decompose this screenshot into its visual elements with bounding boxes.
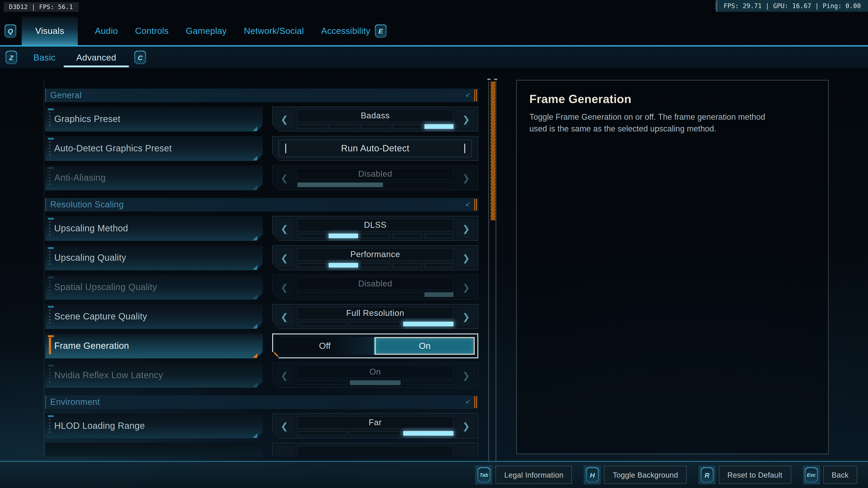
settings-screen: D3D12 | FPS: 56.1 FPS: 29.71 | GPU: 16.6…: [0, 0, 868, 488]
toggle-background-button[interactable]: Toggle Background: [604, 466, 687, 484]
prev-subtab-key-icon: Z: [5, 51, 17, 64]
subtab-basic[interactable]: Basic: [29, 46, 60, 68]
performance-overlay: FPS: 29.71 | GPU: 16.67 | Ping: 0.00: [716, 0, 868, 12]
segment-track: [297, 263, 454, 267]
chevron-right-icon[interactable]: ❯: [457, 109, 475, 129]
setting-label[interactable]: Upscaling Method: [45, 216, 263, 241]
debug-overlay: D3D12 | FPS: 56.1: [4, 2, 79, 12]
label-tick-decoration: [48, 218, 54, 220]
legal-information-button[interactable]: Legal Information: [496, 466, 572, 484]
segment-selected: [403, 431, 454, 435]
collapse-arrow-icon[interactable]: ↙: [465, 90, 471, 98]
setting-label[interactable]: Nvidia Reflex Low Latency: [45, 363, 263, 388]
tab-network-social[interactable]: Network/Social: [244, 26, 304, 36]
key-glyph: R: [705, 471, 710, 479]
setting-label[interactable]: Graphics Preset: [45, 107, 263, 131]
setting-label[interactable]: HLOD Loading Range: [45, 414, 263, 438]
chevron-right-icon[interactable]: ❯: [457, 248, 475, 267]
next-tab-key-icon: E: [375, 24, 386, 38]
segment-track: [297, 233, 454, 238]
scrollbar-thumb[interactable]: [491, 81, 495, 221]
label-corner-triangle: [253, 185, 257, 190]
section-orange-marker: [474, 396, 477, 408]
segment-track: [297, 124, 454, 129]
setting-row-upscaling-quality: Upscaling Quality❮Performance❯: [45, 246, 478, 270]
setting-row-partial: [45, 443, 478, 456]
section-header-environment: Environment↙: [45, 395, 478, 409]
label-corner-triangle: [253, 265, 257, 270]
stepper-control-anti-aliasing: ❮Disabled❯: [272, 165, 478, 190]
segment-selected: [329, 263, 358, 267]
tab-gameplay[interactable]: Gameplay: [186, 26, 227, 36]
chevron-left-icon[interactable]: ❮: [275, 109, 294, 129]
tab-audio[interactable]: Audio: [95, 26, 118, 36]
label-corner-triangle: [253, 353, 257, 358]
footer-key-tile: Tab: [475, 465, 493, 484]
reset-to-default-button[interactable]: Reset to Default: [719, 466, 791, 484]
chevron-right-icon[interactable]: ❯: [457, 416, 475, 435]
segment-selected: [403, 322, 454, 326]
run-auto-detect-button[interactable]: Run Auto-Detect: [278, 140, 472, 157]
stepper-control-hlod-loading-range: ❮Far❯: [272, 414, 478, 438]
stepper-middle: Far: [297, 416, 454, 435]
key-r-icon: R: [701, 467, 714, 483]
prev-tab-key-icon: Q: [4, 24, 16, 38]
stepper-middle: DLSS: [297, 219, 454, 238]
scrollbar-cap: [494, 78, 497, 80]
label-tick-decoration: [48, 365, 54, 366]
label-corner-triangle: [253, 127, 257, 131]
stepper-control-upscaling-quality: ❮Performance❯: [272, 246, 478, 270]
chevron-right-icon[interactable]: ❯: [457, 219, 475, 238]
setting-row-nvidia-reflex-low-latency: Nvidia Reflex Low Latency❮On❯: [45, 363, 478, 388]
label-dots-decoration: [49, 251, 51, 267]
tab-accessibility[interactable]: Accessibility: [321, 26, 370, 36]
stepper-middle: On: [297, 365, 454, 385]
key-tab-icon: Tab: [477, 467, 491, 483]
setting-value: DLSS: [297, 219, 454, 231]
label-tick-decoration: [48, 138, 54, 140]
chevron-left-icon[interactable]: ❮: [275, 307, 294, 326]
setting-row-scene-capture-quality: Scene Capture Quality❮Full Resolution❯: [45, 304, 478, 329]
settings-scrollbar[interactable]: [487, 78, 497, 468]
chevron-right-icon[interactable]: ❯: [457, 307, 475, 326]
setting-label[interactable]: Anti-Aliasing: [45, 165, 263, 190]
collapse-arrow-icon[interactable]: ↙: [465, 200, 471, 208]
setting-label[interactable]: Auto-Detect Graphics Preset: [45, 136, 263, 161]
label-dots-decoration: [49, 141, 51, 157]
next-subtab-key-icon: C: [134, 51, 146, 64]
setting-value: Disabled: [297, 278, 454, 290]
footer-bar: TabLegal InformationHToggle BackgroundRR…: [0, 461, 868, 488]
stepper-control-spatial-upscaling-quality: ❮Disabled❯: [272, 275, 478, 300]
setting-label[interactable]: Frame Generation: [45, 333, 263, 358]
stepper-middle: Full Resolution: [297, 307, 454, 326]
label-corner-triangle: [253, 383, 257, 387]
setting-label[interactable]: Scene Capture Quality: [45, 304, 263, 329]
key-glyph: Esc: [807, 472, 815, 478]
setting-label[interactable]: Spatial Upscaling Quality: [45, 275, 263, 300]
chevron-left-icon[interactable]: ❮: [275, 219, 294, 238]
section-header-general: General↙: [45, 89, 478, 102]
tab-controls[interactable]: Controls: [135, 26, 168, 36]
segment: [297, 380, 347, 385]
segment: [361, 233, 390, 238]
subtab-advanced[interactable]: Advanced: [72, 46, 121, 68]
label-dots-decoration: [49, 221, 51, 237]
label-dots-decoration: [49, 419, 51, 435]
chevron-left-icon[interactable]: ❮: [275, 248, 294, 267]
settings-list: General↙Graphics Preset❮Badass❯Auto-Dete…: [45, 80, 478, 456]
toggle-option-off[interactable]: Off: [276, 337, 375, 355]
back-button[interactable]: Back: [823, 466, 857, 484]
tab-items: VisualsAudioControlsGameplayNetwork/Soci…: [16, 17, 370, 45]
setting-label[interactable]: Upscaling Quality: [45, 246, 263, 270]
setting-value: Disabled: [297, 168, 454, 180]
setting-label-text: Upscaling Method: [45, 223, 128, 234]
label-corner-triangle: [253, 433, 257, 438]
chevron-left-icon[interactable]: ❮: [275, 416, 294, 435]
toggle-option-on-selected[interactable]: On: [375, 337, 475, 355]
segment-selected: [329, 233, 358, 238]
segment: [393, 292, 422, 297]
label-tick-decoration: [48, 167, 54, 169]
collapse-arrow-icon[interactable]: ↙: [465, 397, 471, 405]
footer-key-tile: R: [699, 465, 716, 484]
tab-visuals[interactable]: Visuals: [22, 17, 78, 45]
